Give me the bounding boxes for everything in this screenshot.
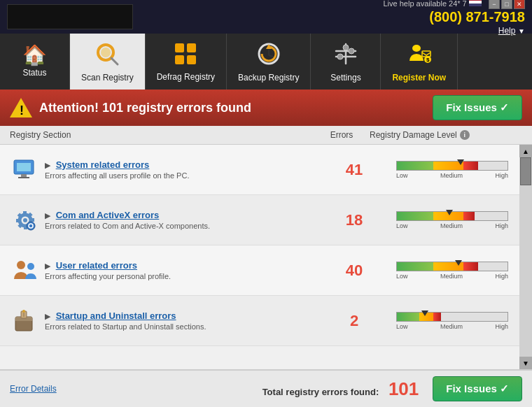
col-errors-header: Errors [314,130,370,140]
row-info-system-errors: ▶ System related errors Errors affecting… [41,159,326,180]
row-damage-user-errors: Low Medium High [382,262,522,280]
damage-bar [396,312,508,322]
damage-seg-empty [475,212,507,220]
nav-backup-registry[interactable]: Backup Registry [227,34,311,90]
svg-point-28 [23,218,27,222]
row-errors-startup-uninstall-errors: 2 [326,312,382,330]
table-header: Registry Section Errors Registry Damage … [0,126,532,145]
row-desc-com-activex-errors: Errors related to Com and Active-X compo… [45,222,326,230]
damage-seg-empty [478,162,507,170]
row-damage-system-errors: Low Medium High [382,161,522,179]
row-title-text[interactable]: Com and ActiveX errors [56,210,160,220]
damage-medium-label: Medium [440,323,463,330]
expand-icon[interactable]: ▶ [45,211,50,220]
svg-rect-33 [16,219,19,222]
svg-point-16 [349,48,354,54]
damage-low-label: Low [396,222,408,229]
damage-marker [455,260,462,266]
scroll-thumb[interactable] [520,157,531,185]
damage-seg-green [397,212,433,220]
help-dropdown-icon[interactable]: ▼ [518,27,525,35]
damage-bar [396,262,508,271]
minimize-button[interactable]: − [489,0,500,9]
damage-labels: Low Medium High [396,222,508,229]
row-info-com-activex-errors: ▶ Com and ActiveX errors Errors related … [41,210,326,230]
nav-settings[interactable]: Settings [311,34,381,90]
row-errors-system-errors: 41 [326,161,382,179]
row-errors-user-errors: 40 [326,262,382,280]
damage-seg-green [397,262,433,271]
row-title-text[interactable]: System related errors [56,159,150,170]
svg-point-1 [101,48,111,57]
row-title-user-errors[interactable]: ▶ User related errors [45,260,326,271]
scrollbar[interactable]: ▲ ▼ [519,145,532,369]
table-row: ▶ Com and ActiveX errors Errors related … [0,195,532,245]
scroll-down-button[interactable]: ▼ [519,357,532,369]
damage-high-label: High [495,222,508,229]
attention-message: ! Attention! 101 registry errors found [10,97,251,119]
scroll-up-button[interactable]: ▲ [519,145,532,157]
damage-seg-empty [441,313,507,321]
svg-point-14 [343,45,349,50]
damage-marker [446,210,453,215]
footer: Error Details Total registry errors foun… [0,369,532,407]
fix-issues-top-button[interactable]: Fix Issues ✓ [433,95,522,120]
svg-point-45 [22,310,25,313]
damage-seg-red [433,313,441,321]
maximize-button[interactable]: □ [501,0,512,9]
svg-line-10 [269,55,273,57]
damage-bar-wrap: Low Medium High [396,211,508,229]
damage-seg-green [397,162,433,170]
help-link[interactable]: Help [498,26,516,36]
svg-point-40 [27,263,34,270]
row-icon-user-errors [10,257,41,285]
table-row: ▶ Startup and Uninstall errors Errors re… [0,296,532,346]
damage-medium-label: Medium [440,222,463,229]
row-title-system-errors[interactable]: ▶ System related errors [45,159,326,170]
nav-status[interactable]: Status [0,34,70,90]
row-title-text[interactable]: Startup and Uninstall errors [56,310,176,321]
damage-high-label: High [495,323,508,330]
expand-icon[interactable]: ▶ [45,262,50,270]
close-button[interactable]: ✕ [514,0,525,9]
phone-number: (800) 871-7918 [383,9,525,25]
svg-point-15 [337,54,343,59]
error-details-link[interactable]: Error Details [10,384,57,394]
damage-bar-wrap: Low Medium High [396,312,508,330]
window-controls: − □ ✕ [489,0,525,9]
attention-bar: ! Attention! 101 registry errors found F… [0,90,532,126]
damage-seg-empty [478,262,507,271]
svg-rect-3 [175,43,184,52]
fix-issues-bottom-button[interactable]: Fix Issues ✓ [433,376,522,401]
damage-seg-green [397,313,419,321]
nav-defrag-registry[interactable]: Defrag Registry [146,34,227,90]
row-title-text[interactable]: User related errors [56,260,137,271]
settings-icon [333,41,358,70]
info-icon[interactable]: i [460,130,470,140]
flag-icon [469,0,482,6]
row-icon-com-activex-errors [10,206,41,234]
top-bar: Live help available 24* 7 − □ ✕ (800) 87… [0,0,532,34]
scan-icon [94,41,120,70]
damage-high-label: High [495,273,508,280]
expand-icon[interactable]: ▶ [45,161,50,169]
row-title-startup-uninstall-errors[interactable]: ▶ Startup and Uninstall errors [45,310,326,321]
svg-rect-26 [18,177,29,178]
house-icon [22,45,47,65]
damage-seg-red [463,212,475,220]
row-damage-com-activex-errors: Low Medium High [382,211,522,229]
footer-total: Total registry errors found: 101 [64,378,426,400]
nav-register-now[interactable]: $ Register Now [381,34,458,90]
row-desc-user-errors: Errors affecting your personal profile. [45,272,326,280]
nav-bar: Status Scan Registry Defrag Registry [0,34,532,90]
nav-status-label: Status [22,68,46,78]
expand-icon[interactable]: ▶ [45,312,50,320]
warning-triangle-icon: ! [10,97,32,119]
svg-rect-6 [187,55,196,64]
damage-seg-red [463,162,478,170]
table-rows: ▶ System related errors Errors affecting… [0,145,532,369]
row-title-com-activex-errors[interactable]: ▶ Com and ActiveX errors [45,210,326,220]
col-damage-header: Registry Damage Level i [370,130,510,140]
damage-seg-red [463,262,478,271]
nav-scan-registry[interactable]: Scan Registry [70,34,146,90]
